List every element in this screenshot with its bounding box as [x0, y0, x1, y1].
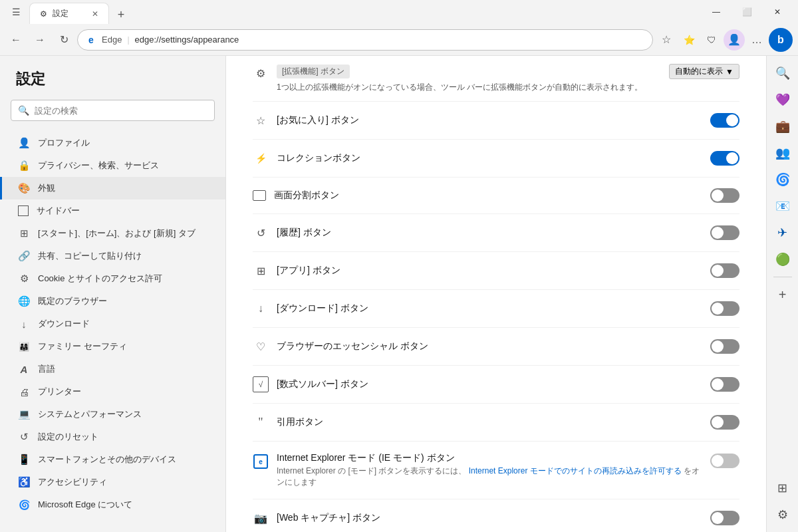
ie-mode-link[interactable]: Internet Explorer モードでのサイトの再読み込みを許可する — [469, 466, 682, 475]
sidebar-item-share[interactable]: 🔗 共有、コピーして貼り付け — [0, 245, 225, 267]
cookies-icon: ⚙ — [18, 273, 30, 285]
sidebar-label-about: Microsoft Edge について — [38, 499, 132, 511]
favorites-setting-label: [お気に入り] ボタン — [277, 114, 702, 126]
top-note-item: ⚙ [拡張機能] ボタン 自動的に表示 ▼ 1つ以上の拡張機能がオンになっている… — [253, 56, 739, 102]
setting-webcapture: 📷 [Web キャプチャ] ボタン — [253, 499, 739, 532]
sidebar-item-cookies[interactable]: ⚙ Cookie とサイトのアクセス許可 — [0, 267, 225, 290]
sidebar-item-printer[interactable]: 🖨 プリンター — [0, 380, 225, 403]
nav-menu: 👤 プロファイル 🔒 プライバシー、検索、サービス 🎨 外観 サイドバー ⊞ [… — [0, 132, 225, 516]
favorites-toggle[interactable] — [710, 113, 739, 128]
downloads-setting-icon: ↓ — [253, 301, 269, 317]
history-toggle[interactable] — [710, 225, 739, 240]
rs-game-btn[interactable]: 🟢 — [771, 247, 795, 271]
settings-inner: ⚙ [拡張機能] ボタン 自動的に表示 ▼ 1つ以上の拡張機能がオンになっている… — [226, 56, 766, 532]
system-icon: 💻 — [18, 408, 30, 420]
sidebar-item-start[interactable]: ⊞ [スタート]、[ホーム]、および [新規] タブ — [0, 222, 225, 245]
profile-btn[interactable]: 👤 — [724, 29, 745, 51]
tab-label: 設定 — [53, 8, 68, 19]
apps-toggle[interactable] — [710, 263, 739, 278]
sidebar-item-reset[interactable]: ↺ 設定のリセット — [0, 426, 225, 448]
extension-dropdown-label: 自動的に表示 — [675, 66, 723, 77]
sidebar-item-profile[interactable]: 👤 プロファイル — [0, 132, 225, 154]
rs-search-btn[interactable]: 🔍 — [771, 61, 795, 85]
setting-apps: ⊞ [アプリ] ボタン — [253, 252, 739, 290]
math-toggle[interactable] — [710, 377, 739, 392]
sidebar-item-download[interactable]: ↓ ダウンロード — [0, 313, 225, 335]
settings-tab[interactable]: ⚙ 設定 ✕ — [29, 3, 109, 24]
appearance-icon: 🎨 — [18, 182, 30, 194]
collections-btn[interactable]: ⭐ — [678, 29, 700, 51]
about-icon: 🌀 — [18, 499, 30, 511]
sidebar-label-appearance: 外観 — [38, 182, 55, 194]
webcapture-toggle[interactable] — [710, 511, 739, 525]
favorites-btn[interactable]: ☆ — [656, 29, 677, 51]
sidebar-label-family: ファミリー セーフティ — [38, 340, 127, 352]
address-bar[interactable]: e Edge | edge://settings/appearance — [77, 29, 653, 51]
back-btn[interactable]: ← — [5, 29, 27, 51]
collections-setting-icon: ⚡ — [253, 150, 269, 166]
minimize-btn[interactable]: — — [701, 1, 732, 23]
collections-toggle[interactable] — [710, 151, 739, 166]
essentials-toggle[interactable] — [710, 339, 739, 354]
citation-toggle[interactable] — [710, 415, 739, 430]
sidebar-label-reset: 設定のリセット — [38, 431, 98, 443]
rs-bag-btn[interactable]: 💼 — [771, 114, 795, 138]
share-icon: 🔗 — [18, 250, 30, 262]
settings-content: ⚙ [拡張機能] ボタン 自動的に表示 ▼ 1つ以上の拡張機能がオンになっている… — [226, 56, 766, 532]
rs-chat-btn[interactable]: ✈ — [771, 221, 795, 245]
sidebar-label-cookies: Cookie とサイトのアクセス許可 — [38, 273, 162, 285]
sidebar-item-phone[interactable]: 📱 スマートフォンとその他のデバイス — [0, 448, 225, 471]
split-setting-icon — [253, 190, 266, 201]
rs-layout-btn[interactable]: ⊞ — [771, 476, 795, 500]
ie-mode-setting-icon: e — [253, 454, 269, 469]
sidebar-item-privacy[interactable]: 🔒 プライバシー、検索、サービス — [0, 154, 225, 177]
right-sidebar-bottom: ⊞ ⚙ — [771, 476, 795, 527]
sidebar-toggle-btn[interactable]: ☰ — [5, 1, 27, 23]
more-btn[interactable]: … — [746, 29, 767, 51]
downloads-toggle[interactable] — [710, 301, 739, 316]
ie-mode-toggle[interactable] — [710, 454, 739, 468]
math-setting-label: [数式ソルバー] ボタン — [277, 378, 702, 390]
search-input[interactable] — [35, 106, 207, 116]
search-box[interactable]: 🔍 — [11, 100, 215, 121]
extension-dropdown[interactable]: 自動的に表示 ▼ — [669, 64, 739, 79]
tab-group: ⚙ 設定 ✕ + — [29, 0, 698, 24]
bing-chat-btn[interactable]: b — [769, 28, 793, 52]
browser-toolbar: ← → ↻ e Edge | edge://settings/appearanc… — [0, 24, 798, 56]
setting-history: ↺ [履歴] ボタン — [253, 214, 739, 252]
citation-setting-icon: " — [253, 414, 269, 430]
extension-badge: [拡張機能] ボタン — [277, 65, 350, 78]
new-tab-btn[interactable]: + — [112, 5, 130, 24]
address-text: edge://settings/appearance — [135, 35, 645, 45]
sidebar-item-language[interactable]: A 言語 — [0, 358, 225, 380]
setting-ie-mode: e Internet Explorer モード (IE モード) ボタン Int… — [253, 442, 739, 499]
rs-people-btn[interactable]: 👥 — [771, 141, 795, 165]
rs-edge-btn[interactable]: 🌀 — [771, 168, 795, 192]
sidebar-label-download: ダウンロード — [38, 318, 90, 330]
sidebar-item-browser[interactable]: 🌐 既定のブラウザー — [0, 290, 225, 313]
rs-add-btn[interactable]: + — [771, 283, 795, 307]
sidebar-item-family[interactable]: 👨‍👩‍👧 ファミリー セーフティ — [0, 335, 225, 358]
sidebar-item-appearance[interactable]: 🎨 外観 — [0, 177, 225, 200]
tab-close-btn[interactable]: ✕ — [90, 9, 100, 19]
browser-essentials-btn[interactable]: 🛡 — [701, 29, 722, 51]
citation-setting-label: 引用ボタン — [277, 416, 702, 428]
sidebar-item-sidebar[interactable]: サイドバー — [0, 200, 225, 222]
rs-settings-btn[interactable]: ⚙ — [771, 503, 795, 527]
close-btn[interactable]: ✕ — [762, 1, 793, 23]
refresh-btn[interactable]: ↻ — [53, 29, 74, 51]
rs-favorites-btn[interactable]: 💜 — [771, 88, 795, 112]
sidebar-label-start: [スタート]、[ホーム]、および [新規] タブ — [38, 227, 196, 239]
split-toggle[interactable] — [710, 188, 739, 203]
top-note-row: [拡張機能] ボタン 自動的に表示 ▼ — [277, 64, 739, 79]
maximize-btn[interactable]: ⬜ — [732, 1, 762, 23]
top-note-desc: 1つ以上の拡張機能がオンになっている場合、ツール バーに拡張機能ボタンが自動的に… — [277, 82, 739, 93]
forward-btn[interactable]: → — [29, 29, 51, 51]
rs-outlook-btn[interactable]: 📧 — [771, 194, 795, 218]
sidebar-item-about[interactable]: 🌀 Microsoft Edge について — [0, 493, 225, 516]
sidebar-item-system[interactable]: 💻 システムとパフォーマンス — [0, 403, 225, 426]
profile-icon: 👤 — [18, 137, 30, 149]
sidebar-item-accessibility[interactable]: ♿ アクセシビリティ — [0, 471, 225, 493]
printer-icon: 🖨 — [18, 386, 30, 398]
search-icon: 🔍 — [18, 105, 29, 116]
